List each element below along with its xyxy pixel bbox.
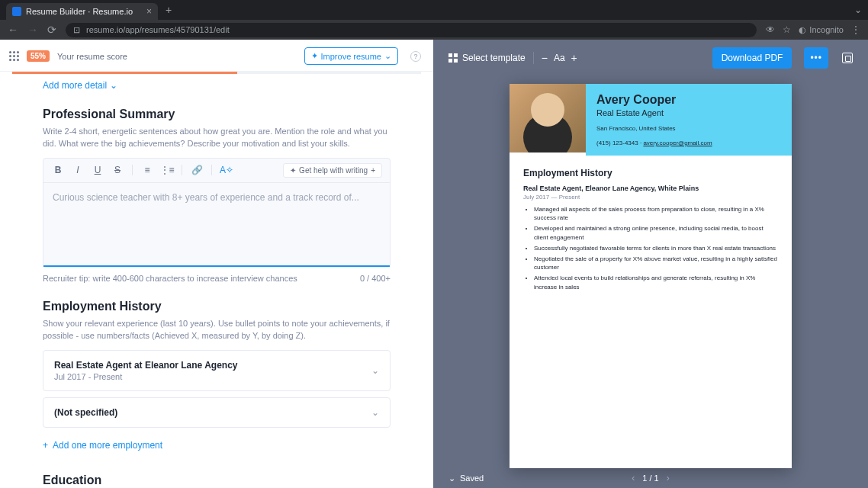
reload-button[interactable]: ⟳ [47, 24, 56, 36]
resume-bullet: Managed all aspects of the sales process… [534, 205, 778, 222]
zoom-in-button[interactable]: + [571, 52, 577, 64]
resume-bullet: Negotiated the sale of a property for X%… [534, 255, 778, 271]
download-pdf-button[interactable]: Download PDF [712, 47, 792, 69]
resume-name: Avery Cooper [596, 93, 781, 107]
resume-photo [510, 84, 586, 152]
employment-title: Employment History [43, 300, 391, 313]
sparkle-icon: ✦ [290, 166, 296, 175]
add-detail-link[interactable]: Add more detail ⌄ [43, 80, 391, 91]
select-template-label: Select template [462, 53, 526, 63]
ordered-list-button[interactable]: ≡ [140, 163, 154, 177]
url-text: resume.io/app/resumes/45790131/edit [86, 25, 230, 34]
more-options-button[interactable]: ••• [804, 47, 828, 69]
favicon [12, 7, 21, 16]
resume-preview: Avery Cooper Real Estate Agent San Franc… [510, 84, 792, 468]
employment-item-title: Real Estate Agent at Eleanor Lane Agency [54, 360, 238, 371]
next-page-button[interactable]: › [667, 473, 670, 483]
recruiter-tip: Recruiter tip: write 400-600 characters … [43, 274, 297, 283]
incognito-icon: ◐ [799, 25, 806, 35]
ai-help-button[interactable]: ✦ Get help with writing + [283, 163, 382, 178]
close-tab-icon[interactable]: × [146, 6, 152, 17]
eye-icon[interactable]: 👁 [766, 24, 775, 35]
resume-bullet: Developed and maintained a strong online… [534, 224, 778, 241]
strike-button[interactable]: S [111, 163, 124, 177]
resume-location: San Francisco, United States [596, 125, 781, 132]
add-employment-button[interactable]: + Add one more employment [43, 434, 391, 457]
summary-editor: B I U S ≡ ⋮≡ 🔗 A✧ ✦ Get help with writin… [43, 158, 391, 268]
saved-indicator: ⌄ Saved [448, 474, 484, 483]
bold-button[interactable]: B [51, 163, 65, 177]
employment-item[interactable]: Real Estate Agent at Eleanor Lane Agency… [43, 350, 391, 391]
apps-menu-icon[interactable] [9, 51, 19, 61]
add-detail-label: Add more detail [43, 80, 107, 91]
employment-item[interactable]: (Not specified) ⌄ [43, 397, 391, 428]
resume-bullet: Attended local events to build relations… [534, 274, 778, 291]
resume-job-title: Real Estate Agent, Eleanor Lane Agency, … [523, 185, 778, 192]
chevron-down-icon: ⌄ [371, 407, 379, 418]
tab-title: Resume Builder · Resume.io [26, 7, 133, 16]
expand-icon[interactable]: ⌄ [854, 5, 862, 15]
employment-desc: Show your relevant experience (last 10 y… [43, 318, 391, 342]
resume-section-title: Employment History [523, 168, 778, 178]
improve-label: Improve resume [321, 52, 381, 61]
resume-phone: (415) 123-4343 [596, 140, 638, 146]
check-icon: ⌄ [448, 474, 455, 483]
bookmark-icon[interactable]: ☆ [783, 24, 791, 35]
summary-textarea[interactable]: Curious science teacher with 8+ years of… [43, 183, 390, 267]
text-size-icon: Aa [554, 53, 565, 63]
summary-desc: Write 2-4 short, energetic sentences abo… [43, 126, 391, 150]
ai-icon[interactable]: A✧ [220, 163, 233, 177]
plus-icon: + [371, 166, 375, 175]
resume-email: avery.cooper@gmail.com [643, 140, 712, 146]
menu-icon[interactable]: ⋮ [851, 24, 860, 35]
incognito-label: Incognito [809, 25, 844, 34]
forward-button[interactable]: → [27, 24, 38, 36]
zoom-out-button[interactable]: − [542, 52, 548, 64]
education-title: Education [43, 474, 391, 487]
browser-tab[interactable]: Resume Builder · Resume.io × [6, 3, 158, 20]
italic-button[interactable]: I [71, 163, 85, 177]
underline-button[interactable]: U [91, 163, 104, 177]
help-icon[interactable]: ? [410, 51, 421, 62]
improve-resume-button[interactable]: ✦ Improve resume ⌄ [304, 47, 398, 65]
chevron-down-icon: ⌄ [384, 51, 391, 61]
add-employment-label: Add one more employment [53, 440, 162, 451]
char-counter: 0 / 400+ [360, 274, 391, 283]
back-button[interactable]: ← [8, 24, 18, 36]
resume-bullets: Managed all aspects of the sales process… [523, 205, 778, 291]
incognito-badge: ◐ Incognito [799, 25, 844, 35]
score-badge: 55% [27, 50, 50, 62]
page-indicator: 1 / 1 [642, 474, 658, 483]
lock-icon: ⊡ [73, 25, 80, 35]
fullscreen-icon[interactable] [842, 53, 853, 63]
employment-item-title: (Not specified) [54, 407, 117, 418]
grid-icon [448, 53, 458, 63]
employment-item-sub: Jul 2017 - Present [54, 372, 238, 381]
resume-bullet: Successfully negotiated favorable terms … [534, 244, 778, 252]
ai-help-label: Get help with writing [299, 166, 368, 175]
summary-title: Professional Summary [43, 108, 391, 121]
link-button[interactable]: 🔗 [190, 163, 204, 177]
select-template-button[interactable]: Select template [448, 53, 526, 63]
url-bar[interactable]: ⊡ resume.io/app/resumes/45790131/edit [66, 23, 757, 37]
new-tab-button[interactable]: + [166, 4, 172, 16]
unordered-list-button[interactable]: ⋮≡ [160, 163, 174, 177]
chevron-down-icon: ⌄ [371, 365, 379, 376]
chevron-down-icon: ⌄ [110, 80, 117, 91]
plus-icon: + [43, 440, 48, 451]
prev-page-button[interactable]: ‹ [632, 473, 635, 483]
saved-label: Saved [460, 474, 484, 483]
sparkle-icon: ✦ [311, 51, 318, 61]
resume-job-date: July 2017 — Present [523, 194, 778, 201]
resume-role: Real Estate Agent [596, 108, 781, 117]
score-label: Your resume score [57, 52, 127, 61]
